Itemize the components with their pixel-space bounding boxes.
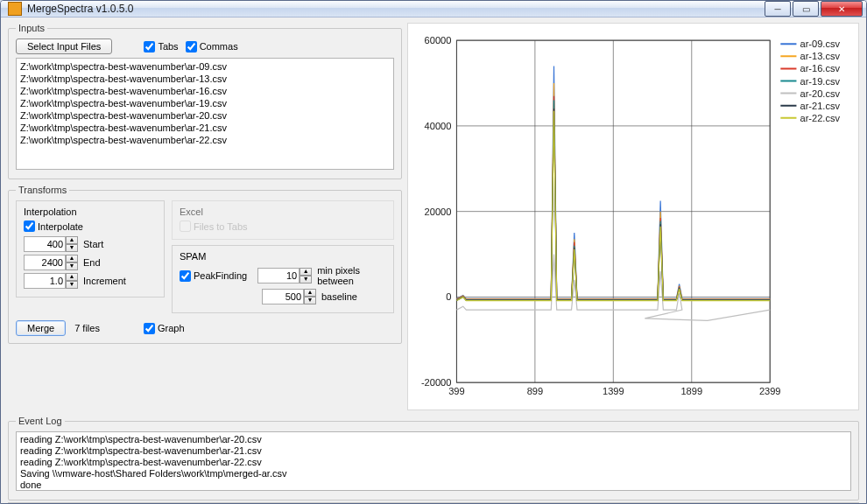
end-input[interactable] (24, 255, 66, 270)
spin-down-icon[interactable]: ▼ (66, 244, 78, 252)
svg-text:ar-16.csv: ar-16.csv (800, 63, 840, 74)
transforms-legend: Transforms (16, 185, 69, 195)
svg-text:ar-13.csv: ar-13.csv (800, 51, 840, 61)
svg-text:40000: 40000 (425, 121, 452, 131)
files-to-tabs-checkbox: Files to Tabs (180, 220, 248, 232)
svg-text:20000: 20000 (425, 206, 452, 217)
window-title: MergeSpectra v1.0.5.0 (27, 3, 763, 15)
svg-text:ar-19.csv: ar-19.csv (800, 76, 840, 87)
event-log-text[interactable] (16, 431, 851, 491)
app-window: MergeSpectra v1.0.5.0 ─ ▭ ✕ Inputs Selec… (0, 0, 867, 504)
app-icon (8, 2, 22, 16)
increment-input[interactable] (24, 273, 66, 289)
graph-checkbox[interactable]: Graph (144, 323, 185, 334)
excel-group: Excel Files to Tabs (172, 200, 394, 240)
svg-text:-20000: -20000 (421, 377, 452, 388)
min-pixels-spinner[interactable]: ▲▼ (257, 268, 312, 284)
interpolation-group: Interpolation Interpolate ▲▼ (16, 200, 165, 298)
maximize-button[interactable]: ▭ (793, 1, 819, 17)
spin-up-icon[interactable]: ▲ (66, 236, 78, 244)
commas-checkbox[interactable]: Commas (186, 41, 238, 52)
spin-down-icon[interactable]: ▼ (300, 276, 312, 284)
svg-text:1899: 1899 (680, 386, 702, 396)
chart-panel[interactable]: 399899139918992399-200000200004000060000… (407, 23, 859, 410)
tabs-checkbox-input[interactable] (144, 41, 155, 52)
inputs-group: Inputs Select Input Files Tabs Commas (8, 23, 402, 179)
spin-down-icon[interactable]: ▼ (66, 281, 78, 289)
peakfinding-checkbox[interactable]: PeakFinding (180, 270, 247, 282)
start-label: Start (83, 239, 103, 249)
interpolate-checkbox[interactable]: Interpolate (24, 220, 83, 232)
end-spinner[interactable]: ▲▼ (24, 255, 78, 270)
input-files-list[interactable] (16, 58, 394, 170)
spam-group: SPAM PeakFinding ▲▼ (172, 245, 394, 313)
end-label: End (83, 257, 101, 268)
svg-text:ar-21.csv: ar-21.csv (800, 101, 840, 111)
interpolate-checkbox-input[interactable] (24, 220, 35, 232)
spin-up-icon[interactable]: ▲ (66, 255, 78, 262)
increment-spinner[interactable]: ▲▼ (24, 273, 78, 289)
svg-text:ar-22.csv: ar-22.csv (800, 113, 840, 123)
select-input-files-button[interactable]: Select Input Files (16, 38, 112, 54)
svg-text:1399: 1399 (603, 386, 624, 396)
minimize-button[interactable]: ─ (765, 1, 791, 17)
spin-down-icon[interactable]: ▼ (66, 262, 78, 270)
spin-up-icon[interactable]: ▲ (304, 289, 316, 297)
transforms-group: Transforms Interpolation Interpolate (8, 185, 402, 344)
spin-up-icon[interactable]: ▲ (300, 268, 312, 276)
baseline-label: baseline (321, 291, 357, 302)
titlebar[interactable]: MergeSpectra v1.0.5.0 ─ ▭ ✕ (1, 1, 866, 18)
spectra-chart: 399899139918992399-200000200004000060000… (408, 24, 858, 410)
merge-button[interactable]: Merge (16, 320, 66, 336)
svg-text:ar-20.csv: ar-20.csv (800, 88, 840, 99)
baseline-input[interactable] (262, 289, 304, 304)
event-log-legend: Event Log (16, 416, 65, 426)
peakfinding-checkbox-input[interactable] (180, 270, 191, 282)
spin-down-icon[interactable]: ▼ (304, 297, 316, 304)
graph-checkbox-input[interactable] (144, 323, 155, 334)
svg-text:ar-09.csv: ar-09.csv (800, 38, 840, 49)
start-spinner[interactable]: ▲▼ (24, 236, 78, 252)
spin-up-icon[interactable]: ▲ (66, 273, 78, 281)
inputs-legend: Inputs (16, 23, 47, 33)
svg-text:60000: 60000 (425, 35, 452, 46)
tabs-checkbox[interactable]: Tabs (144, 41, 178, 52)
close-button[interactable]: ✕ (821, 1, 863, 17)
commas-checkbox-input[interactable] (186, 41, 197, 52)
svg-text:899: 899 (527, 386, 543, 396)
files-to-tabs-checkbox-input (180, 220, 191, 232)
svg-text:0: 0 (446, 291, 451, 302)
svg-text:2399: 2399 (759, 386, 781, 396)
start-input[interactable] (24, 236, 66, 252)
event-log-group: Event Log (8, 416, 859, 500)
file-count-label: 7 files (74, 323, 100, 333)
increment-label: Increment (83, 276, 126, 286)
min-pixels-label: min pixels between (317, 265, 386, 286)
baseline-spinner[interactable]: ▲▼ (262, 289, 316, 304)
min-pixels-input[interactable] (257, 268, 300, 284)
